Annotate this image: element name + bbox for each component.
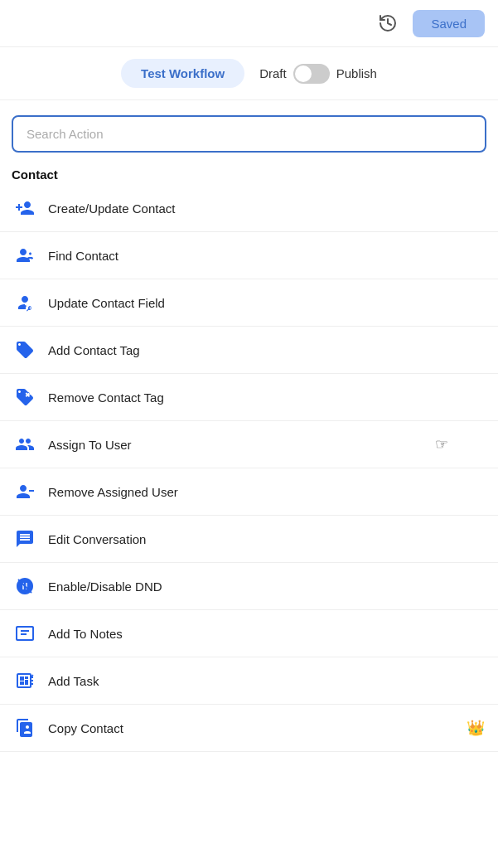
action-label-add-to-notes: Add To Notes	[48, 627, 123, 641]
action-item-edit-conversation[interactable]: Edit Conversation	[0, 516, 498, 563]
action-label-remove-contact-tag: Remove Contact Tag	[48, 390, 164, 405]
action-label-create-update-contact: Create/Update Contact	[48, 201, 175, 216]
action-label-find-contact: Find Contact	[48, 249, 118, 263]
search-container	[0, 100, 498, 161]
toggle-knob	[295, 65, 312, 82]
task-icon	[13, 669, 36, 692]
action-item-copy-contact[interactable]: Copy Contact👑	[0, 705, 498, 752]
person-add-icon	[13, 196, 36, 220]
copy-person-icon	[13, 716, 36, 739]
action-item-update-contact-field[interactable]: Update Contact Field	[0, 279, 498, 327]
action-label-add-task: Add Task	[48, 674, 99, 688]
dnd-icon	[13, 575, 36, 598]
conversation-edit-icon	[13, 527, 36, 550]
action-label-update-contact-field: Update Contact Field	[48, 296, 165, 310]
action-label-add-contact-tag: Add Contact Tag	[48, 343, 140, 357]
search-input[interactable]	[12, 115, 486, 153]
action-label-assign-to-user: Assign To User	[48, 438, 132, 452]
action-item-add-task[interactable]: Add Task	[0, 657, 498, 705]
test-workflow-button[interactable]: Test Workflow	[121, 59, 244, 88]
person-search-icon	[13, 244, 36, 267]
crown-icon: 👑	[467, 719, 485, 737]
tag-icon	[13, 338, 36, 361]
top-bar: Saved	[0, 0, 498, 47]
action-label-edit-conversation: Edit Conversation	[48, 532, 146, 546]
action-label-copy-contact: Copy Contact	[48, 721, 123, 735]
tag-remove-icon	[13, 386, 36, 409]
action-item-add-contact-tag[interactable]: Add Contact Tag	[0, 327, 498, 374]
workflow-bar: Test Workflow Draft Publish	[0, 47, 498, 100]
person-edit-icon	[13, 291, 36, 314]
action-label-enable-disable-dnd: Enable/Disable DND	[48, 579, 162, 594]
action-item-remove-assigned-user[interactable]: Remove Assigned User	[0, 468, 498, 516]
action-item-find-contact[interactable]: Find Contact	[0, 232, 498, 279]
person-remove-icon	[13, 480, 36, 503]
action-item-assign-to-user[interactable]: Assign To User☞	[0, 421, 498, 468]
draft-publish-row: Draft Publish	[259, 64, 377, 84]
contact-section-heading: Contact	[0, 161, 498, 185]
action-item-create-update-contact[interactable]: Create/Update Contact	[0, 185, 498, 232]
notes-icon	[13, 622, 36, 645]
person-assign-icon	[13, 433, 36, 456]
draft-publish-toggle[interactable]	[293, 64, 330, 84]
draft-label: Draft	[259, 66, 287, 80]
action-list: Create/Update ContactFind ContactUpdate …	[0, 185, 498, 752]
history-icon[interactable]	[373, 8, 403, 38]
cursor-indicator: ☞	[435, 435, 448, 453]
action-item-add-to-notes[interactable]: Add To Notes	[0, 610, 498, 657]
publish-label: Publish	[336, 66, 377, 80]
saved-button[interactable]: Saved	[413, 10, 485, 37]
action-item-remove-contact-tag[interactable]: Remove Contact Tag	[0, 374, 498, 421]
action-label-remove-assigned-user: Remove Assigned User	[48, 485, 178, 499]
action-item-enable-disable-dnd[interactable]: Enable/Disable DND	[0, 563, 498, 610]
